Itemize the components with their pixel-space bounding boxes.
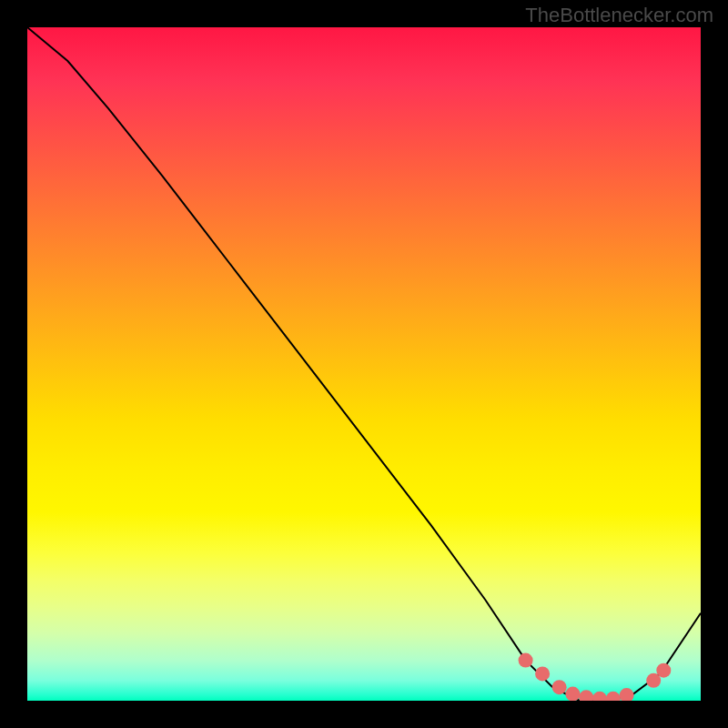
- marker-dot: [656, 663, 671, 678]
- marker-dot: [565, 687, 580, 701]
- marker-dot: [620, 688, 634, 701]
- marker-group: [519, 653, 672, 701]
- marker-dot: [606, 692, 621, 701]
- marker-dot: [552, 680, 567, 694]
- watermark: TheBottlenecker.com: [525, 4, 713, 27]
- bottleneck-curve: [27, 27, 701, 701]
- marker-dot: [579, 690, 593, 701]
- chart-svg: [27, 27, 701, 701]
- chart-area: [27, 27, 701, 701]
- marker-dot: [592, 692, 607, 701]
- marker-dot: [519, 653, 533, 668]
- marker-dot: [535, 666, 550, 681]
